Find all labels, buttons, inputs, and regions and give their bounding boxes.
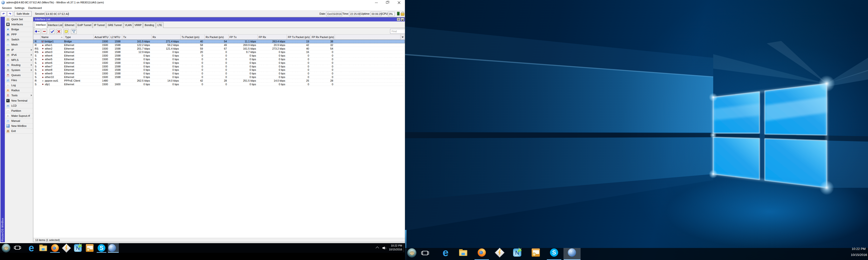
enable-button[interactable]: [50, 29, 55, 34]
column-header-rx[interactable]: Rx: [152, 35, 181, 40]
tray-clock-date[interactable]: 10/15/2016: [840, 253, 867, 257]
interface-list-restore-button[interactable]: [397, 18, 400, 21]
task-view-icon[interactable]: [15, 246, 20, 250]
column-header-l2_mtu[interactable]: L2 MTU: [110, 35, 122, 40]
taskbar-app-outlook-icon[interactable]: [86, 244, 94, 252]
taskbar-left-monitor[interactable]: eNS10:22 PM10/15/2016: [0, 243, 405, 253]
find-input[interactable]: Find: [390, 29, 405, 34]
taskbar-app-skype-icon[interactable]: S: [98, 244, 105, 252]
column-header-name[interactable]: Name: [40, 35, 64, 40]
taskbar-app-file-explorer-icon[interactable]: [459, 250, 467, 256]
start-button-icon[interactable]: [407, 248, 416, 257]
column-header-fp_rx_packet[interactable]: FP Rx Packet (p/s): [311, 35, 335, 40]
interface-row-ether4[interactable]: Sether4Ethernet150015980 bps0 bps000 bps…: [33, 54, 405, 58]
column-header-tx[interactable]: Tx: [122, 35, 152, 40]
sidebar-item-partition[interactable]: ◔Partition: [5, 108, 33, 113]
interface-row-ether1[interactable]: Rether1Ethernet15001598122.2 kbps59.2 kb…: [33, 43, 405, 47]
sidebar-item-files[interactable]: ▱Files: [5, 78, 33, 83]
taskbar-right-monitor[interactable]: eNS10:22 PM10/15/2016: [405, 248, 868, 260]
safe-mode-button[interactable]: Safe Mode: [14, 11, 32, 16]
sidebar-item-lcd[interactable]: ▭LCD: [5, 103, 33, 108]
close-button[interactable]: [395, 0, 403, 5]
tab-interface-list[interactable]: Interface List: [48, 22, 63, 28]
sidebar-item-ipv6[interactable]: v6IPv6: [5, 52, 33, 58]
minimize-button[interactable]: [372, 0, 380, 5]
tray-clock-time[interactable]: 10:22 PM: [839, 247, 866, 251]
tray-clock-time[interactable]: 10:22 PM: [383, 244, 402, 247]
taskbar-app-file-explorer-icon[interactable]: [39, 246, 47, 251]
interface-row-ether7[interactable]: Sether7Ethernet150015980 bps0 bps000 bps…: [33, 65, 405, 68]
column-header-fp_rx[interactable]: FP Rx: [258, 35, 287, 40]
sidebar-item-new-winbox[interactable]: New WinBox: [5, 123, 33, 128]
sidebar-item-tools[interactable]: ╳Tools: [5, 93, 33, 98]
tab-eoip-tunnel[interactable]: EoIP Tunnel: [76, 22, 92, 28]
column-header-fp_tx[interactable]: FP Tx: [228, 35, 258, 40]
interface-row-bridge1[interactable]: Rbridge1Bridge15001598161.5 kbps271.4 kb…: [33, 40, 405, 43]
tab-vlan[interactable]: VLAN: [124, 22, 133, 28]
interface-row-ether8[interactable]: Sether8Ethernet150015980 bps0 bps000 bps…: [33, 68, 405, 72]
column-selector-button[interactable]: [400, 35, 405, 40]
taskbar-app-edge-icon[interactable]: e: [28, 244, 35, 252]
sidebar-item-mpls[interactable]: ⫽MPLS: [5, 58, 33, 63]
interface-row-ether6[interactable]: Sether6Ethernet150015980 bps0 bps000 bps…: [33, 61, 405, 65]
interface-list-close-button[interactable]: [401, 18, 404, 21]
column-header-fp_tx_packet[interactable]: FP Tx Packet (p/s): [287, 35, 311, 40]
sidebar-item-manual[interactable]: ?Manual: [5, 118, 33, 123]
interface-row-ether3[interactable]: RSether3Ethernet1500159812.9 kbps0 bps20…: [33, 50, 405, 54]
taskbar-app-outlook-icon[interactable]: [532, 249, 540, 257]
undo-button[interactable]: ↶: [1, 11, 6, 16]
add-button[interactable]: [34, 29, 40, 34]
sidebar-item-exit[interactable]: ▮Exit: [5, 128, 33, 134]
disable-button[interactable]: [56, 29, 61, 34]
tray-clock-date[interactable]: 10/15/2016: [383, 248, 402, 251]
interface-list-titlebar[interactable]: Interface List: [33, 17, 405, 22]
sidebar-item-mesh[interactable]: ∴Mesh: [5, 42, 33, 47]
interface-row-sfp1[interactable]: Ssfp1Ethernet150016000 bps0 bps000 bps0 …: [33, 82, 405, 86]
tab-vrrp[interactable]: VRRP: [133, 22, 143, 28]
comment-button[interactable]: [64, 29, 69, 34]
sidebar-item-new-terminal[interactable]: >_New Terminal: [5, 98, 33, 103]
column-header-rx_packet[interactable]: Rx Packet (p/s): [205, 35, 228, 40]
tab-bonding[interactable]: Bonding: [143, 22, 156, 28]
restore-button[interactable]: [383, 0, 392, 5]
column-header-actual_mtu[interactable]: Actual MTU: [94, 35, 110, 40]
taskbar-app-firefox-icon[interactable]: [478, 249, 486, 257]
tab-ip-tunnel[interactable]: IP Tunnel: [93, 22, 106, 28]
sidebar-item-interfaces[interactable]: ▦Interfaces: [5, 22, 33, 27]
sidebar-item-radius[interactable]: ☻Radius: [5, 88, 33, 93]
taskbar-app-netscape-icon[interactable]: N: [513, 249, 521, 257]
sidebar-item-quick-set[interactable]: ✦Quick Set: [5, 17, 33, 22]
tab-gre-tunnel[interactable]: GRE Tunnel: [106, 22, 123, 28]
sidebar-item-queues[interactable]: ☂Queues: [5, 73, 33, 78]
menu-settings[interactable]: Settings: [14, 5, 25, 10]
taskbar-app-edge-icon[interactable]: e: [441, 249, 450, 257]
sidebar-item-switch[interactable]: ▭Switch: [5, 37, 33, 42]
tab-ethernet[interactable]: Ethernet: [63, 22, 76, 28]
taskbar-app-winamp-icon[interactable]: [62, 244, 70, 252]
taskbar-app-netscape-icon[interactable]: N: [74, 244, 82, 252]
task-view-icon[interactable]: [423, 251, 428, 255]
show-desktop-separator[interactable]: [404, 244, 404, 252]
filter-button[interactable]: [71, 29, 77, 34]
session-field[interactable]: E4:8D:8C:07:E2:A0: [45, 12, 68, 16]
taskbar-app-winamp-icon[interactable]: [495, 249, 504, 257]
tab-lte[interactable]: LTE: [156, 22, 163, 28]
sidebar-item-routing[interactable]: ⇆Routing: [5, 63, 33, 68]
column-header-flag[interactable]: [33, 35, 40, 40]
redo-button[interactable]: ↷: [7, 11, 13, 16]
interface-row-ether2[interactable]: RSether2Ethernet15001598201.7 kbps121.4 …: [33, 47, 405, 50]
taskbar-app-winbox-icon[interactable]: [568, 249, 576, 257]
sidebar-item-log[interactable]: ≡Log: [5, 83, 33, 88]
tray-expand-chevron-icon[interactable]: [376, 247, 379, 250]
tab-interface[interactable]: Interface: [35, 22, 47, 28]
taskbar-app-skype-icon[interactable]: S: [550, 249, 558, 257]
sidebar-item-bridge[interactable]: ⇄Bridge: [5, 27, 33, 32]
sidebar-item-ppp[interactable]: ▣PPP: [5, 32, 33, 37]
sidebar-item-make-supout-rif[interactable]: ▯Make Supout.rif: [5, 113, 33, 118]
interface-row-ether9[interactable]: Sether9Ethernet150015980 bps0 bps000 bps…: [33, 72, 405, 75]
start-button-icon[interactable]: [2, 244, 10, 252]
menu-session[interactable]: Session: [2, 5, 12, 10]
remove-button[interactable]: [42, 29, 47, 34]
interface-row-ether5[interactable]: Sether5Ethernet150015980 bps0 bps000 bps…: [33, 58, 405, 61]
taskbar-app-winbox-icon[interactable]: [108, 244, 116, 252]
